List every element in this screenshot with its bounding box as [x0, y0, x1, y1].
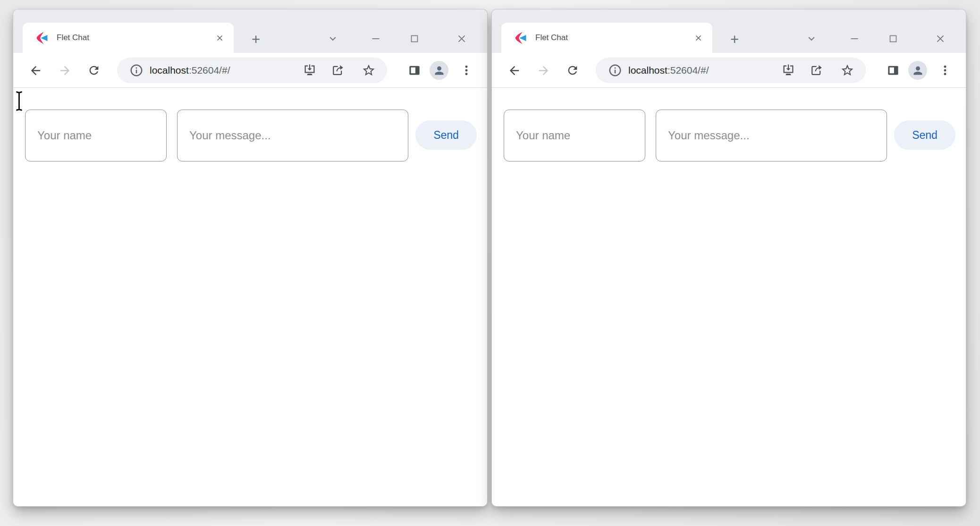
browser-toolbar: localhost:52604/#/ [13, 53, 487, 88]
back-icon[interactable] [500, 56, 528, 85]
url-host: localhost [150, 65, 189, 76]
tab-title: Flet Chat [535, 33, 691, 42]
reload-icon[interactable] [558, 56, 587, 85]
new-tab-button[interactable]: + [245, 29, 266, 50]
avatar-person-icon [908, 61, 927, 80]
tab-flet-chat[interactable]: Flet Chat [23, 23, 234, 53]
flet-logo-icon [36, 32, 49, 44]
name-input[interactable] [25, 110, 167, 161]
maximize-button[interactable] [884, 29, 903, 48]
url-text: localhost:52604/#/ [628, 65, 709, 76]
profile-avatar[interactable] [425, 56, 453, 85]
forward-icon[interactable] [529, 56, 558, 85]
tab-search-chevron-icon[interactable] [802, 29, 821, 48]
url-text: localhost:52604/#/ [150, 65, 230, 76]
browser-toolbar: localhost:52604/#/ [492, 53, 966, 88]
address-bar[interactable]: localhost:52604/#/ [596, 58, 866, 83]
text-cursor-pointer [15, 91, 24, 111]
tab-close-icon[interactable] [212, 30, 227, 45]
reload-icon[interactable] [80, 56, 108, 85]
message-input[interactable] [656, 110, 887, 161]
name-input[interactable] [504, 110, 645, 161]
bookmark-star-icon[interactable] [362, 63, 376, 77]
tab-title: Flet Chat [57, 33, 212, 42]
site-info-icon[interactable] [129, 63, 144, 77]
browser-menu-dots-icon[interactable] [931, 56, 959, 85]
install-app-icon[interactable] [303, 63, 317, 77]
flet-chat-page: Send [13, 88, 487, 506]
flet-chat-page: Send [492, 88, 966, 506]
flet-logo-icon [515, 32, 527, 44]
avatar-person-icon [430, 61, 448, 80]
url-path: :52604/#/ [189, 65, 230, 76]
share-icon[interactable] [330, 63, 345, 77]
tab-search-chevron-icon[interactable] [323, 29, 342, 48]
new-tab-button[interactable]: + [724, 29, 745, 50]
browser-menu-dots-icon[interactable] [452, 56, 481, 85]
minimize-button[interactable] [366, 29, 385, 48]
side-panel-icon[interactable] [400, 56, 429, 85]
minimize-button[interactable] [845, 29, 864, 48]
tab-flet-chat[interactable]: Flet Chat [501, 23, 712, 53]
profile-avatar[interactable] [904, 56, 932, 85]
url-path: :52604/#/ [667, 65, 709, 76]
window-close-button[interactable] [452, 29, 471, 48]
window-close-button[interactable] [931, 29, 950, 48]
tab-strip: Flet Chat + [13, 9, 487, 53]
url-host: localhost [628, 65, 667, 76]
message-input[interactable] [177, 110, 408, 161]
back-icon[interactable] [21, 56, 50, 85]
maximize-button[interactable] [405, 29, 424, 48]
site-info-icon[interactable] [608, 63, 622, 77]
forward-icon[interactable] [51, 56, 79, 85]
install-app-icon[interactable] [781, 63, 795, 77]
tab-strip: Flet Chat + [492, 9, 966, 53]
bookmark-star-icon[interactable] [840, 63, 854, 77]
address-bar[interactable]: localhost:52604/#/ [117, 58, 387, 83]
browser-window-left: Flet Chat + [13, 9, 487, 506]
share-icon[interactable] [809, 63, 823, 77]
tab-close-icon[interactable] [691, 30, 706, 45]
send-button[interactable]: Send [415, 120, 477, 150]
browser-window-right: Flet Chat + [492, 9, 966, 506]
send-button[interactable]: Send [894, 120, 955, 150]
side-panel-icon[interactable] [879, 56, 907, 85]
